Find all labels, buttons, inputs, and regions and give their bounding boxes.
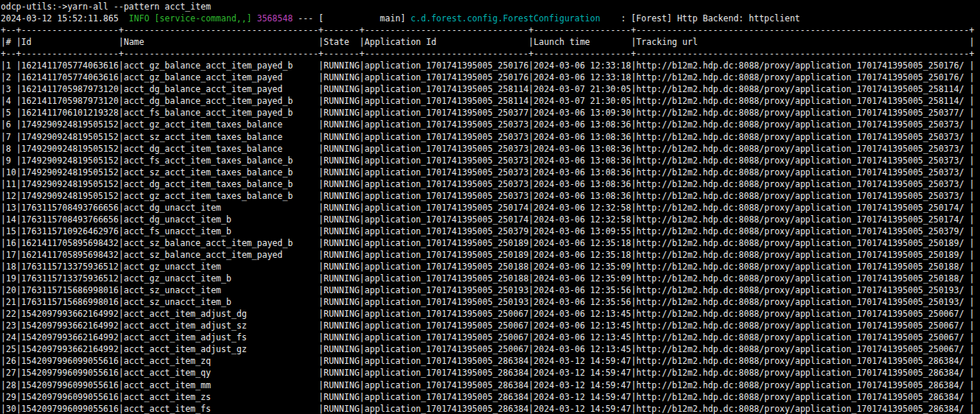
- cell-name: acct_gz_balance_acct_item_payed: [124, 72, 318, 83]
- cell-num: 17: [6, 250, 16, 260]
- cell-launch-time: 2024-03-06 12:35:56: [533, 285, 631, 295]
- cell-app-id: application_1701741395005_250174: [365, 203, 529, 213]
- cell-app-id: application_1701741395005_250193: [365, 297, 529, 307]
- cell-state: RUNNING: [323, 273, 360, 284]
- log-line: 2024-03-12 15:52:11.865 INFO [service-co…: [1, 13, 980, 24]
- cell-app-id: application_1701741395005_250373: [365, 132, 529, 142]
- table-row: |29|1542097996099055616|acct_acct_item_z…: [1, 391, 980, 403]
- cell-tracking-url[interactable]: http://b12m2.hdp.dc:8088/proxy/applicati…: [636, 332, 969, 343]
- cell-name: acct_dg_unacct_item: [124, 203, 318, 213]
- cell-state: RUNNING: [323, 238, 360, 248]
- cell-tracking-url[interactable]: http://b12m2.hdp.dc:8088/proxy/applicati…: [636, 155, 969, 166]
- cell-num: 29: [6, 392, 16, 402]
- cell-app-id: application_1701741395005_250373: [365, 155, 529, 166]
- table-row: |19|1763115713375936512|acct_gz_unacct_i…: [1, 273, 980, 284]
- cell-name: acct_fs_unacct_item_b: [124, 226, 318, 236]
- cell-tracking-url[interactable]: http://b12m2.hdp.dc:8088/proxy/applicati…: [636, 167, 969, 178]
- cell-launch-time: 2024-03-06 12:13:45: [533, 332, 631, 343]
- cell-state: RUNNING: [323, 72, 360, 83]
- cell-tracking-url[interactable]: http://b12m2.hdp.dc:8088/proxy/applicati…: [636, 84, 969, 94]
- cell-state: RUNNING: [323, 285, 360, 295]
- cell-tracking-url[interactable]: http://b12m2.hdp.dc:8088/proxy/applicati…: [636, 119, 969, 130]
- table-row: |25|1542097993662164992|acct_acct_item_a…: [1, 343, 980, 355]
- log-segment: INFO [service-command,,]: [129, 13, 257, 24]
- cell-tracking-url[interactable]: http://b12m2.hdp.dc:8088/proxy/applicati…: [636, 273, 969, 284]
- cell-state: RUNNING: [323, 96, 360, 106]
- cell-launch-time: 2024-03-06 12:35:09: [533, 262, 631, 272]
- cell-tracking-url[interactable]: http://b12m2.hdp.dc:8088/proxy/applicati…: [636, 380, 969, 390]
- table-row: |21|1763115715686998016|acct_sz_unacct_i…: [1, 296, 980, 308]
- cell-name: acct_acct_item_mm: [124, 380, 318, 390]
- cell-id: 1542097996099055616: [21, 392, 119, 402]
- cell-tracking-url[interactable]: http://b12m2.hdp.dc:8088/proxy/applicati…: [636, 392, 969, 402]
- column-header-tracking-url: Tracking url: [636, 37, 969, 47]
- cell-app-id: application_1701741395005_286384: [365, 380, 529, 390]
- cell-state: RUNNING: [323, 203, 360, 213]
- column-header-name: Name: [124, 37, 318, 47]
- table-row: |16|1621411705895698432|acct_sz_balance_…: [1, 237, 980, 249]
- cell-id: 1542097996099055616: [21, 356, 119, 366]
- cell-num: 20: [6, 285, 16, 295]
- cell-state: RUNNING: [323, 320, 360, 331]
- cell-app-id: application_1701741395005_250379: [365, 226, 529, 236]
- cell-tracking-url[interactable]: http://b12m2.hdp.dc:8088/proxy/applicati…: [636, 191, 969, 201]
- cell-name: acct_acct_item_zs: [124, 392, 318, 402]
- table-row: |4 |1621411705987973120|acct_dg_balance_…: [1, 95, 980, 107]
- cell-state: RUNNING: [323, 297, 360, 307]
- cell-tracking-url[interactable]: http://b12m2.hdp.dc:8088/proxy/applicati…: [636, 60, 969, 71]
- cell-name: acct_gz_unacct_item_b: [124, 273, 318, 284]
- cell-name: acct_acct_item_qy: [124, 368, 318, 378]
- cell-tracking-url[interactable]: http://b12m2.hdp.dc:8088/proxy/applicati…: [636, 285, 969, 295]
- cell-tracking-url[interactable]: http://b12m2.hdp.dc:8088/proxy/applicati…: [636, 368, 969, 378]
- cell-app-id: application_1701741395005_250193: [365, 285, 529, 295]
- cell-tracking-url[interactable]: http://b12m2.hdp.dc:8088/proxy/applicati…: [636, 226, 969, 236]
- cell-tracking-url[interactable]: http://b12m2.hdp.dc:8088/proxy/applicati…: [636, 214, 969, 225]
- cell-tracking-url[interactable]: http://b12m2.hdp.dc:8088/proxy/applicati…: [636, 356, 969, 366]
- cell-launch-time: 2024-03-06 12:35:18: [533, 250, 631, 260]
- cell-num: 8: [6, 144, 16, 154]
- cell-tracking-url[interactable]: http://b12m2.hdp.dc:8088/proxy/applicati…: [636, 96, 969, 106]
- cell-tracking-url[interactable]: http://b12m2.hdp.dc:8088/proxy/applicati…: [636, 262, 969, 272]
- cell-state: RUNNING: [323, 84, 360, 94]
- cell-tracking-url[interactable]: http://b12m2.hdp.dc:8088/proxy/applicati…: [636, 144, 969, 154]
- cell-num: 11: [6, 179, 16, 189]
- cell-num: 3: [6, 84, 16, 94]
- cell-num: 1: [6, 60, 16, 71]
- cell-tracking-url[interactable]: http://b12m2.hdp.dc:8088/proxy/applicati…: [636, 72, 969, 83]
- command-line: odcp-utils:->yarn-all --pattern acct_ite…: [1, 1, 980, 13]
- cell-tracking-url[interactable]: http://b12m2.hdp.dc:8088/proxy/applicati…: [636, 108, 969, 118]
- cell-tracking-url[interactable]: http://b12m2.hdp.dc:8088/proxy/applicati…: [636, 344, 969, 354]
- cell-id: 1621411706101219328: [21, 108, 119, 118]
- cell-state: RUNNING: [323, 132, 360, 142]
- log-segment: --- [ main]: [293, 13, 410, 24]
- yarn-jobs-table: +--+-------------------+----------------…: [1, 24, 980, 414]
- cell-tracking-url[interactable]: http://b12m2.hdp.dc:8088/proxy/applicati…: [636, 250, 969, 260]
- cell-id: 1763115708493766656: [21, 203, 119, 213]
- cell-tracking-url[interactable]: http://b12m2.hdp.dc:8088/proxy/applicati…: [636, 320, 969, 331]
- cell-state: RUNNING: [323, 404, 360, 414]
- cell-tracking-url[interactable]: http://b12m2.hdp.dc:8088/proxy/applicati…: [636, 404, 969, 414]
- cell-num: 5: [6, 108, 16, 118]
- cell-launch-time: 2024-03-06 12:13:45: [533, 320, 631, 331]
- cell-tracking-url[interactable]: http://b12m2.hdp.dc:8088/proxy/applicati…: [636, 132, 969, 142]
- cell-name: acct_gz_balance_acct_item_payed_b: [124, 60, 318, 71]
- cell-tracking-url[interactable]: http://b12m2.hdp.dc:8088/proxy/applicati…: [636, 203, 969, 213]
- terminal-window[interactable]: odcp-utils:->yarn-all --pattern acct_ite…: [0, 0, 980, 414]
- cell-id: 1763115713375936512: [21, 273, 119, 284]
- cell-num: 24: [6, 332, 16, 343]
- table-row: |17|1621411705895698432|acct_sz_balance_…: [1, 249, 980, 261]
- cell-app-id: application_1701741395005_250188: [365, 262, 529, 272]
- cell-state: RUNNING: [323, 226, 360, 236]
- cell-state: RUNNING: [323, 344, 360, 354]
- table-row: |18|1763115713375936512|acct_gz_unacct_i…: [1, 261, 980, 273]
- cell-state: RUNNING: [323, 309, 360, 319]
- cell-tracking-url[interactable]: http://b12m2.hdp.dc:8088/proxy/applicati…: [636, 179, 969, 189]
- cell-name: acct_acct_item_adjust_fs: [124, 332, 318, 343]
- cell-launch-time: 2024-03-06 12:33:18: [533, 72, 631, 83]
- cell-tracking-url[interactable]: http://b12m2.hdp.dc:8088/proxy/applicati…: [636, 297, 969, 307]
- cell-tracking-url[interactable]: http://b12m2.hdp.dc:8088/proxy/applicati…: [636, 309, 969, 319]
- cell-app-id: application_1701741395005_250067: [365, 320, 529, 331]
- cell-tracking-url[interactable]: http://b12m2.hdp.dc:8088/proxy/applicati…: [636, 238, 969, 248]
- cell-app-id: application_1701741395005_250176: [365, 72, 529, 83]
- table-row: |11|1749290924819505152|acct_dg_acct_ite…: [1, 178, 980, 190]
